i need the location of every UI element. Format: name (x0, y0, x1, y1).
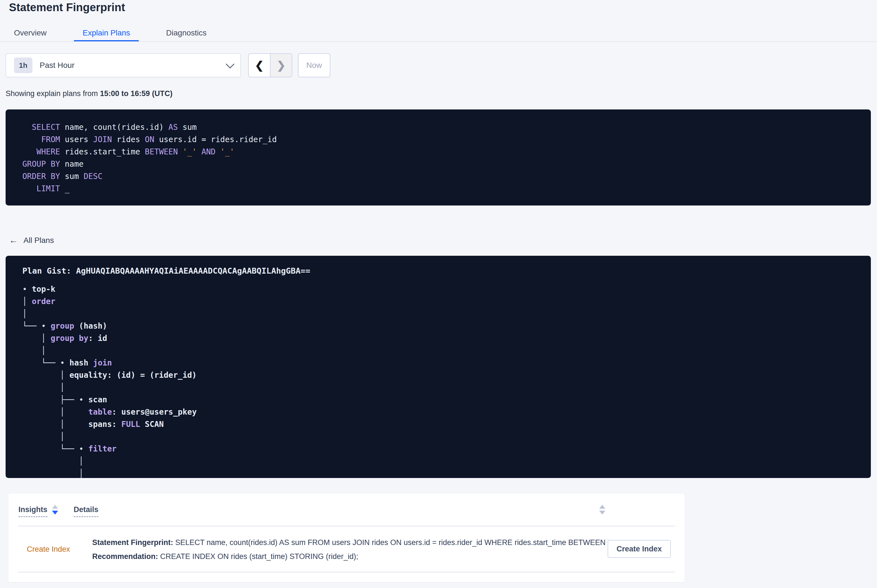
details-cell: Statement Fingerprint: SELECT name, coun… (92, 526, 608, 572)
time-range-label: Past Hour (40, 61, 75, 70)
insights-table-header: Insights Details (18, 494, 675, 526)
insight-create-index-link[interactable]: Create Index (27, 526, 70, 572)
now-button[interactable]: Now (298, 53, 330, 77)
sort-down-triangle (599, 511, 605, 514)
column-header-details[interactable]: Details (74, 506, 99, 514)
statement-fingerprint-line: Statement Fingerprint: SELECT name, coun… (92, 536, 608, 549)
all-plans-label: All Plans (24, 236, 54, 245)
plan-tree: • top-k│ order│└── • group (hash) │ grou… (23, 283, 871, 478)
tab-diagnostics[interactable]: Diagnostics (157, 24, 215, 42)
sort-up-triangle (52, 505, 58, 509)
showing-prefix: Showing explain plans from (6, 89, 100, 98)
time-range-dropdown[interactable]: 1h Past Hour (6, 53, 241, 77)
sort-up-triangle (599, 505, 605, 509)
sort-down-triangle (52, 511, 58, 514)
column-header-insights[interactable]: Insights (18, 506, 48, 514)
time-controls: 1h Past Hour ❮ ❯ Now (6, 53, 330, 77)
chevron-down-icon (226, 60, 235, 68)
previous-time-button[interactable]: ❮ (249, 54, 271, 77)
next-time-button[interactable]: ❯ (271, 54, 292, 77)
table-row: Create Index Statement Fingerprint: SELE… (18, 526, 675, 572)
showing-range-text: Showing explain plans from 15:00 to 16:5… (6, 89, 173, 98)
showing-range: 15:00 to 16:59 (UTC) (100, 89, 173, 98)
all-plans-link[interactable]: ← All Plans (9, 235, 54, 245)
sort-icon[interactable] (52, 505, 58, 514)
sort-icon-details[interactable] (599, 505, 605, 514)
tab-explain-plans[interactable]: Explain Plans (74, 24, 139, 42)
time-range-badge: 1h (14, 57, 32, 73)
sql-statement-block: SELECT name, count(rides.id) AS sum FROM… (6, 110, 871, 206)
recommendation-line: Recommendation: CREATE INDEX ON rides (s… (92, 549, 608, 563)
plan-gist-block: Plan Gist: AgHUAQIABQAAAAHYAQIAiAEAAAADC… (6, 256, 871, 478)
tab-overview[interactable]: Overview (5, 24, 56, 42)
sql-code: SELECT name, count(rides.id) AS sum FROM… (23, 121, 871, 195)
plan-gist-label: Plan Gist: (23, 266, 76, 276)
tab-bar: Overview Explain Plans Diagnostics (5, 24, 234, 42)
tabs-divider (0, 41, 877, 42)
insights-card: Insights Details Create Index Statement … (8, 494, 685, 582)
plan-gist-line: Plan Gist: AgHUAQIABQAAAAHYAQIAiAEAAAADC… (23, 265, 871, 277)
create-index-button[interactable]: Create Index (608, 540, 671, 558)
plan-gist-value: AgHUAQIABQAAAAHYAQIAiAEAAAADCQACAgAABQIL… (76, 266, 310, 276)
page-title: Statement Fingerprint (9, 1, 125, 14)
arrow-left-icon: ← (9, 235, 18, 245)
time-pager: ❮ ❯ (248, 53, 292, 77)
